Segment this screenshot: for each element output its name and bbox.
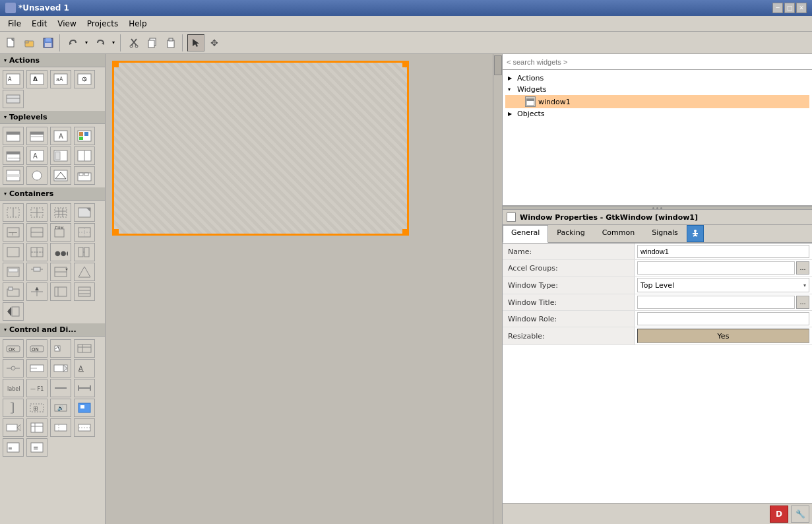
tab-signals[interactable]: Signals: [643, 225, 687, 242]
container-item-20[interactable]: [74, 282, 95, 301]
accel-btn-dots[interactable]: …: [796, 261, 809, 275]
toplevel-item-4[interactable]: [74, 127, 95, 145]
toplevel-item-12[interactable]: [74, 166, 95, 185]
open-button[interactable]: [21, 34, 38, 51]
toplevel-item-11[interactable]: [50, 166, 71, 185]
cut-button[interactable]: [125, 34, 142, 51]
tab-accessibility[interactable]: [687, 225, 704, 242]
edit-menu[interactable]: Edit: [26, 18, 52, 30]
prop-input-name[interactable]: [637, 245, 809, 258]
container-item-3[interactable]: [50, 203, 71, 222]
canvas-vscroll[interactable]: [493, 54, 502, 524]
container-item-17[interactable]: [3, 282, 24, 301]
toplevel-item-10[interactable]: [26, 166, 47, 185]
tree-item-widgets[interactable]: ▾ Widgets: [505, 84, 809, 95]
control-item-22[interactable]: ≡: [26, 438, 47, 457]
control-item-12[interactable]: [74, 379, 95, 397]
toplevel-item-2[interactable]: [26, 127, 47, 145]
projects-menu[interactable]: Projects: [82, 18, 123, 30]
prop-select-window-type[interactable]: Top Level ▾: [637, 278, 809, 292]
toplevel-item-3[interactable]: A: [50, 127, 71, 145]
tab-general[interactable]: General: [503, 225, 548, 243]
control-item-4[interactable]: [74, 339, 95, 358]
container-item-11[interactable]: ●●●: [50, 243, 71, 261]
tab-packing[interactable]: Packing: [548, 225, 593, 242]
container-item-9[interactable]: [3, 243, 24, 261]
control-item-20[interactable]: [74, 418, 95, 437]
redo-dropdown[interactable]: ▾: [109, 34, 117, 51]
container-item-6[interactable]: [26, 223, 47, 242]
container-item-7[interactable]: File: [50, 223, 71, 242]
container-item-13[interactable]: [3, 263, 24, 281]
redo-button[interactable]: [92, 34, 109, 51]
canvas-area[interactable]: [106, 54, 502, 524]
action-item-2[interactable]: A: [26, 70, 47, 88]
drag-button[interactable]: ✥: [206, 34, 223, 51]
titlebar-controls[interactable]: ─ □ ✕: [772, 3, 807, 13]
close-button[interactable]: ✕: [796, 3, 807, 13]
action-item-4[interactable]: A: [74, 70, 95, 88]
control-item-16[interactable]: [74, 399, 95, 417]
help-menu[interactable]: Help: [123, 18, 152, 30]
container-item-12[interactable]: [74, 243, 95, 261]
paste-button[interactable]: [162, 34, 179, 51]
control-item-6[interactable]: [26, 359, 47, 377]
control-item-19[interactable]: [50, 418, 71, 437]
control-item-13[interactable]: [3, 399, 24, 417]
containers-section-header[interactable]: ▾ Containers: [0, 187, 105, 201]
control-item-1[interactable]: OK: [3, 339, 24, 358]
control-item-10[interactable]: — F1: [26, 379, 47, 397]
gtk-window-widget[interactable]: [112, 61, 409, 236]
container-item-19[interactable]: [50, 282, 71, 301]
new-button[interactable]: [3, 34, 20, 51]
control-item-11[interactable]: [50, 379, 71, 397]
control-item-2[interactable]: ON: [26, 339, 47, 358]
container-item-21[interactable]: [3, 302, 24, 321]
toplevel-item-1[interactable]: [3, 127, 24, 145]
copy-button[interactable]: [144, 34, 161, 51]
control-item-3[interactable]: [50, 339, 71, 358]
tree-item-window1[interactable]: window1: [505, 95, 809, 108]
toplevel-item-9[interactable]: [3, 166, 24, 185]
control-item-9[interactable]: label: [3, 379, 24, 397]
container-item-2[interactable]: [26, 203, 47, 222]
maximize-button[interactable]: □: [784, 3, 795, 13]
actions-section-header[interactable]: ▾ Actions: [0, 54, 105, 67]
tree-item-actions[interactable]: ▶ Actions: [505, 73, 809, 84]
container-item-5[interactable]: ─┬─: [3, 223, 24, 242]
action-item-5[interactable]: [3, 90, 24, 108]
toplevel-item-7[interactable]: [50, 147, 71, 165]
tree-item-objects[interactable]: ▶ Objects: [505, 108, 809, 119]
container-item-14[interactable]: [26, 263, 47, 281]
container-item-8[interactable]: [74, 223, 95, 242]
properties-checkbox[interactable]: [507, 213, 516, 222]
toplevel-item-5[interactable]: ─────: [3, 147, 24, 165]
container-item-15[interactable]: [50, 263, 71, 281]
minimize-button[interactable]: ─: [772, 3, 783, 13]
select-button[interactable]: [187, 34, 204, 51]
container-item-4[interactable]: [74, 203, 95, 222]
container-item-16[interactable]: [74, 263, 95, 281]
file-menu[interactable]: File: [3, 18, 26, 30]
vscroll-thumb[interactable]: [494, 55, 502, 75]
prop-input-window-role[interactable]: [637, 312, 809, 325]
undo-dropdown[interactable]: ▾: [82, 34, 90, 51]
delete-button[interactable]: D: [770, 506, 788, 523]
toplevel-item-6[interactable]: A: [26, 147, 47, 165]
toplevel-item-8[interactable]: [74, 147, 95, 165]
control-item-18[interactable]: [26, 418, 47, 437]
prop-input-window-title[interactable]: [637, 296, 795, 309]
action-item-3[interactable]: aA: [50, 70, 71, 88]
view-menu[interactable]: View: [52, 18, 81, 30]
window-title-btn-dots[interactable]: …: [796, 296, 809, 309]
tab-common[interactable]: Common: [594, 225, 644, 242]
widget-search-input[interactable]: [503, 54, 812, 70]
prop-input-accel[interactable]: [637, 261, 795, 275]
control-item-17[interactable]: [3, 418, 24, 437]
save-button[interactable]: [40, 34, 57, 51]
toplevels-section-header[interactable]: ▾ Toplevels: [0, 111, 105, 124]
control-item-7[interactable]: [50, 359, 71, 377]
prop-toggle-resizable[interactable]: Yes: [637, 329, 809, 343]
control-item-14[interactable]: ⊞: [26, 399, 47, 417]
control-item-15[interactable]: 🔊: [50, 399, 71, 417]
